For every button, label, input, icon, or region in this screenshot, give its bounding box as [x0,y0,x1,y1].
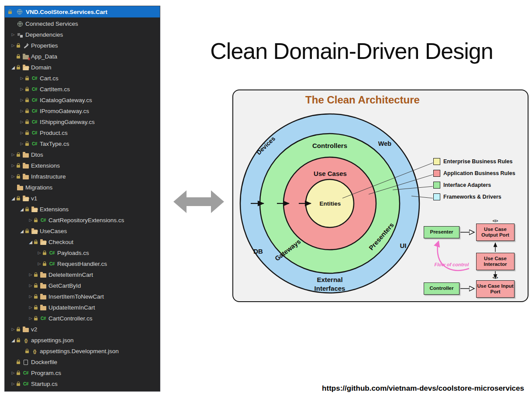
tree-item-cartitem-cs[interactable]: ▷C#CartItem.cs [5,84,160,95]
tree-item-label: Properties [31,42,58,49]
lock-icon [17,176,20,179]
legend-item-enterprise: Enterprise Business Rules [433,158,512,165]
collapsed-arrow-icon[interactable]: ▷ [10,371,16,375]
collapsed-arrow-icon[interactable]: ▷ [10,382,16,386]
expanded-arrow-icon[interactable]: ◢ [10,65,16,70]
tree-item-startup-cs[interactable]: ▷C#Startup.cs [5,378,160,389]
tree-item-label: appsettings.Development.json [40,348,119,354]
legend-label: Frameworks & Drivers [443,194,501,200]
collapsed-arrow-icon[interactable]: ▷ [28,218,34,222]
expanded-arrow-icon[interactable]: ◢ [19,229,25,234]
tree-item-migrations[interactable]: Migrations [5,182,160,193]
collapsed-arrow-icon[interactable]: ▷ [28,316,34,320]
project-root-row[interactable]: VND.CoolStore.Services.Cart [5,6,160,17]
tree-item-dockerfile[interactable]: Dockerfile [5,357,160,368]
tree-item-label: Extensions [40,206,69,213]
tree-item-properties[interactable]: ▷Properties [5,40,160,51]
lock-icon [25,143,29,146]
tree-item-connected-services[interactable]: Connected Services [5,18,160,29]
tree-item-program-cs[interactable]: ▷C#Program.cs [5,368,160,378]
tree-item-v2[interactable]: ▷v2 [5,324,160,335]
legend-swatch-green [433,182,440,189]
collapsed-arrow-icon[interactable]: ▷ [10,164,16,168]
tree-item-v1[interactable]: ◢v1 [5,193,160,204]
project-icon [16,9,24,14]
tree-item-usecases[interactable]: ◢UseCases [5,226,160,237]
tree-item-requesthandler-cs[interactable]: ▷C#RequestHandler.cs [5,258,160,269]
tree-item-getcartbyid[interactable]: ▷GetCartById [5,280,160,291]
tree-item-extensions[interactable]: ◢Extensions [5,204,160,215]
expanded-arrow-icon[interactable]: ◢ [10,196,16,201]
collapsed-arrow-icon[interactable]: ▷ [19,87,25,91]
github-url[interactable]: https://github.com/vietnam-devs/coolstor… [262,384,524,393]
csharp-file-icon: C# [31,76,38,81]
lock-icon [34,307,38,310]
connected-services-icon [16,21,24,27]
legend-item-adapters: Interface Adapters [433,182,491,189]
tree-item-payloads-cs[interactable]: ▷C#Payloads.cs [5,248,160,258]
legend-swatch-yellow [433,158,440,165]
tree-item-dtos[interactable]: ▷Dtos [5,149,160,160]
tree-item-label: ICatalogGateway.cs [40,97,92,103]
tree-item-updateitemincart[interactable]: ▷UpdateItemInCart [5,302,160,313]
tree-item-cart-cs[interactable]: ▷C#Cart.cs [5,73,160,84]
tree-item-appsettings-json[interactable]: ◢{}appsettings.json [5,335,160,346]
collapsed-arrow-icon[interactable]: ▷ [19,120,25,124]
tree-item-label: v1 [31,195,37,202]
legend-swatch-cyan [433,193,440,200]
lock-icon [34,220,38,222]
tree-item-cartrepositoryextensions-cs[interactable]: ▷C#CartRepositoryExtensions.cs [5,215,160,226]
tree-item-cartcontroller-cs[interactable]: ▷C#CartController.cs [5,313,160,324]
clean-architecture-panel: Controllers Use Cases Entities Devices W… [232,89,529,302]
collapsed-arrow-icon[interactable]: ▷ [19,131,25,135]
tree-item-taxtype-cs[interactable]: ▷C#TaxType.cs [5,138,160,149]
use-case-interactor-box: Use Case Interactor [476,253,515,270]
collapsed-arrow-icon[interactable]: ▷ [28,273,34,277]
tree-item-label: Checkout [48,239,73,245]
collapsed-arrow-icon[interactable]: ▷ [19,142,25,146]
csharp-file-icon: C# [39,316,47,321]
tree-item-deleteitemincart[interactable]: ▷DeleteItemInCart [5,269,160,280]
tree-item-label: Migrations [25,184,52,191]
tree-item-label: CartController.cs [48,315,93,322]
lock-icon [25,110,29,113]
tree-item-product-cs[interactable]: ▷C#Product.cs [5,127,160,138]
lock-icon [17,56,20,58]
folder-icon [39,283,47,289]
tree-item-app-data[interactable]: App_Data [5,51,160,62]
expanded-arrow-icon[interactable]: ◢ [19,207,25,212]
sync-arrow-icon [173,189,224,215]
expanded-arrow-icon[interactable]: ◢ [28,240,34,244]
csharp-file-icon: C# [31,98,38,103]
tree-item-infrastructure[interactable]: ▷Infrastructure [5,171,160,182]
lock-icon [17,198,20,200]
tree-item-ipromogateway-cs[interactable]: ▷C#IPromoGateway.cs [5,106,160,117]
collapsed-arrow-icon[interactable]: ▷ [28,284,34,288]
tree-item-ishippinggateway-cs[interactable]: ▷C#IShippingGateway.cs [5,117,160,127]
tree-item-label: Product.cs [40,130,68,136]
collapsed-arrow-icon[interactable]: ▷ [10,44,16,48]
tree-item-label: v2 [31,326,37,333]
tree-item-icataloggateway-cs[interactable]: ▷C#ICatalogGateway.cs [5,95,160,106]
collapsed-arrow-icon[interactable]: ▷ [10,327,16,331]
tree-item-domain[interactable]: ◢Domain [5,62,160,73]
collapsed-arrow-icon[interactable]: ▷ [10,175,16,179]
collapsed-arrow-icon[interactable]: ▷ [28,295,34,299]
tree-item-checkout[interactable]: ◢Checkout [5,237,160,248]
collapsed-arrow-icon[interactable]: ▷ [28,306,34,310]
collapsed-arrow-icon[interactable]: ▷ [19,98,25,102]
expanded-arrow-icon[interactable]: ◢ [10,338,16,343]
tree-item-appsettings-development-json[interactable]: {}appsettings.Development.json [5,346,160,357]
collapsed-arrow-icon[interactable]: ▷ [10,153,16,157]
tree-item-extensions[interactable]: ▷Extensions [5,160,160,171]
collapsed-arrow-icon[interactable]: ▷ [19,109,25,113]
folder-open-icon [31,229,38,234]
collapsed-arrow-icon[interactable]: ▷ [10,33,16,37]
collapsed-arrow-icon[interactable]: ▷ [36,262,42,266]
tree-item-label: IShippingGateway.cs [40,119,95,125]
csharp-file-icon: C# [31,109,38,114]
tree-item-dependencies[interactable]: ▷Dependencies [5,29,160,40]
collapsed-arrow-icon[interactable]: ▷ [36,251,42,255]
tree-item-insertitemtonewcart[interactable]: ▷InsertItemToNewCart [5,291,160,302]
collapsed-arrow-icon[interactable]: ▷ [19,76,25,80]
